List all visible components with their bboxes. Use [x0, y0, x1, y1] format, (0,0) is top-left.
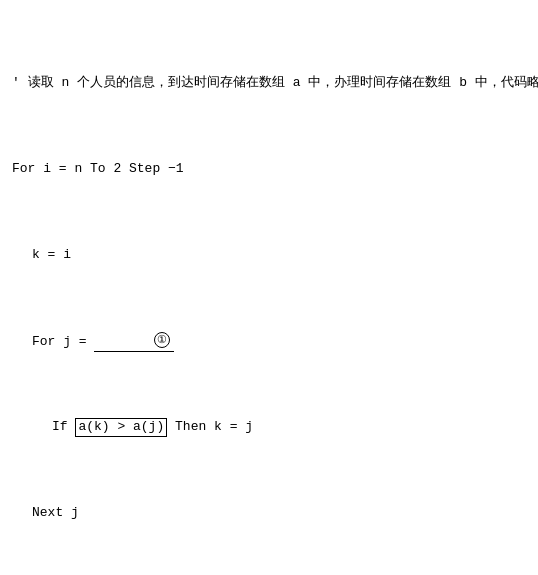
line-next-j-1: Next j — [12, 502, 526, 523]
boxed-condition: a(k) > a(j) — [75, 418, 167, 437]
line-k-i: k = i — [12, 244, 526, 265]
line-if-ak-aj: If a(k) > a(j) Then k = j — [12, 416, 526, 437]
blank-1: ① — [94, 330, 174, 352]
line-for-i: For i = n To 2 Step −1 — [12, 158, 526, 179]
comment-line: ' 读取 n 个人员的信息，到达时间存储在数组 a 中，办理时间存储在数组 b … — [12, 72, 526, 93]
line-for-j: For j = ① — [12, 330, 526, 352]
code-block: ' 读取 n 个人员的信息，到达时间存储在数组 a 中，办理时间存储在数组 b … — [12, 8, 526, 575]
circle-1: ① — [154, 332, 170, 348]
